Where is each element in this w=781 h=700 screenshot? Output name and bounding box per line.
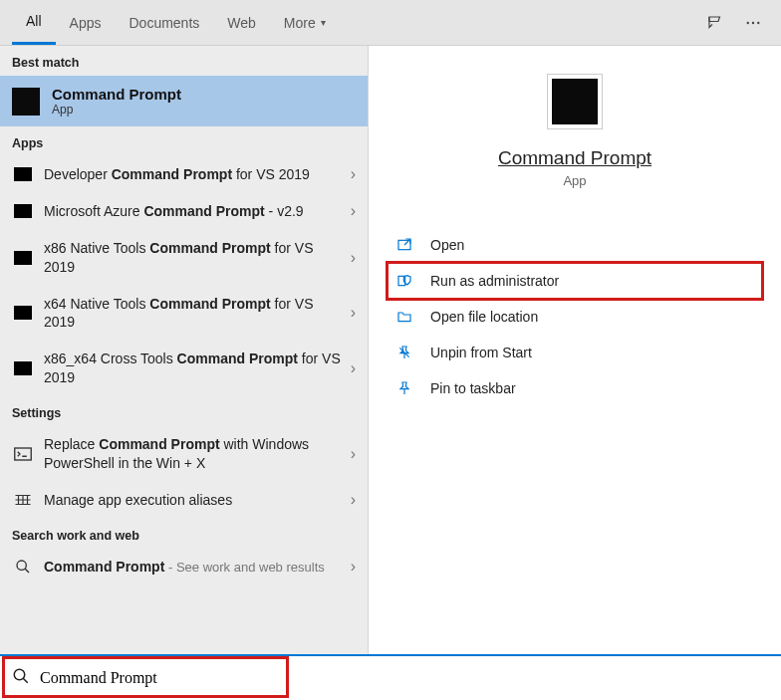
search-icon: [12, 558, 34, 576]
chevron-down-icon: ▾: [321, 17, 326, 28]
chevron-right-icon[interactable]: ›: [351, 202, 356, 220]
svg-point-4: [17, 561, 26, 570]
feedback-icon[interactable]: [699, 7, 731, 39]
console-icon: [14, 361, 32, 375]
chevron-right-icon[interactable]: ›: [351, 445, 356, 463]
section-settings: Settings: [0, 396, 368, 426]
svg-point-2: [757, 21, 759, 23]
preview-title[interactable]: Command Prompt: [498, 147, 651, 169]
svg-point-0: [747, 21, 749, 23]
section-apps: Apps: [0, 126, 368, 156]
command-prompt-tile-icon: [12, 88, 40, 116]
chevron-right-icon[interactable]: ›: [351, 304, 356, 322]
tab-more[interactable]: More▾: [270, 0, 340, 45]
pin-icon: [394, 378, 414, 398]
console-icon: [14, 251, 32, 265]
section-web: Search work and web: [0, 519, 368, 549]
app-result[interactable]: x86 Native Tools Command Prompt for VS 2…: [0, 230, 368, 286]
svg-rect-3: [15, 448, 32, 460]
chevron-right-icon[interactable]: ›: [351, 491, 356, 509]
console-icon: [14, 306, 32, 320]
tab-web[interactable]: Web: [213, 0, 270, 45]
app-result[interactable]: Microsoft Azure Command Prompt - v2.9 ›: [0, 193, 368, 230]
tab-all[interactable]: All: [12, 0, 56, 45]
shield-icon: [394, 271, 414, 291]
preview-subtitle: App: [563, 173, 586, 188]
filter-tabs: All Apps Documents Web More▾: [0, 0, 781, 46]
app-result[interactable]: x86_x64 Cross Tools Command Prompt for V…: [0, 341, 368, 396]
web-result[interactable]: Command Prompt - See work and web result…: [0, 549, 368, 585]
results-panel: Best match Command Prompt App Apps Devel…: [0, 46, 369, 654]
action-unpin-from-start[interactable]: Unpin from Start: [389, 336, 761, 369]
action-open[interactable]: Open: [389, 228, 761, 262]
best-match-title: Command Prompt: [52, 86, 181, 103]
chevron-right-icon[interactable]: ›: [351, 558, 356, 576]
tab-documents[interactable]: Documents: [115, 0, 213, 45]
preview-app-icon: [547, 74, 603, 129]
action-run-as-administrator[interactable]: Run as administrator: [386, 261, 764, 301]
preview-panel: Command Prompt App Open Run as administr…: [369, 46, 781, 654]
svg-point-1: [752, 21, 754, 23]
chevron-right-icon[interactable]: ›: [351, 165, 356, 183]
folder-icon: [394, 307, 414, 327]
action-open-file-location[interactable]: Open file location: [389, 300, 761, 334]
search-icon: [12, 667, 30, 689]
section-best-match: Best match: [0, 46, 368, 76]
console-icon: [14, 204, 32, 218]
svg-point-7: [14, 669, 25, 680]
best-match-result[interactable]: Command Prompt App: [0, 76, 368, 126]
settings-result[interactable]: Replace Command Prompt with Windows Powe…: [0, 426, 368, 482]
search-bar: [0, 654, 781, 700]
open-icon: [394, 235, 414, 255]
app-result[interactable]: x64 Native Tools Command Prompt for VS 2…: [0, 286, 368, 342]
tab-apps[interactable]: Apps: [56, 0, 116, 45]
chevron-right-icon[interactable]: ›: [351, 249, 356, 267]
chevron-right-icon[interactable]: ›: [351, 359, 356, 377]
search-input[interactable]: [40, 669, 269, 687]
unpin-icon: [394, 343, 414, 362]
best-match-subtitle: App: [52, 103, 181, 117]
app-result[interactable]: Developer Command Prompt for VS 2019 ›: [0, 156, 368, 193]
action-pin-to-taskbar[interactable]: Pin to taskbar: [389, 371, 761, 405]
settings-result[interactable]: Manage app execution aliases ›: [0, 482, 368, 519]
aliases-icon: [12, 491, 34, 509]
console-icon: [14, 167, 32, 181]
terminal-icon: [12, 445, 34, 463]
more-options-icon[interactable]: [737, 7, 769, 39]
